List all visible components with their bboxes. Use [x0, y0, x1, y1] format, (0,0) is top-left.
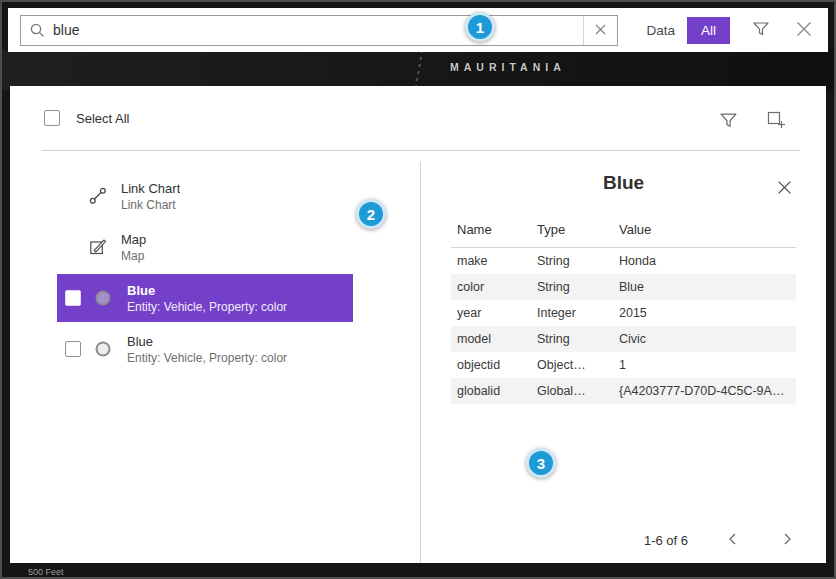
properties-table: Name Type Value make String Honda color … — [451, 216, 796, 404]
result-title: Map — [121, 232, 146, 247]
result-subtitle: Entity: Vehicle, Property: color — [127, 351, 287, 365]
result-title: Blue — [127, 283, 287, 298]
table-row: objectid Object… 1 — [451, 352, 796, 378]
result-item-blue[interactable]: Blue Entity: Vehicle, Property: color — [57, 325, 353, 373]
cell-value: Honda — [613, 248, 796, 275]
map-icon — [88, 237, 108, 257]
scope-option-data[interactable]: Data — [634, 17, 687, 44]
results-list: Link Chart Link Chart Map Map — [57, 172, 357, 376]
filter-icon — [752, 20, 770, 41]
cell-name: model — [451, 326, 531, 352]
cell-name: make — [451, 248, 531, 275]
select-all-checkbox[interactable] — [44, 110, 60, 126]
prev-icon — [726, 532, 740, 549]
result-title: Blue — [127, 334, 287, 349]
next-icon — [780, 532, 794, 549]
close-icon — [777, 180, 792, 198]
cell-name: objectid — [451, 352, 531, 378]
table-row: color String Blue — [451, 274, 796, 300]
cell-value: {A4203777-D70D-4C5C-9A65-C… — [613, 378, 796, 404]
cell-name: color — [451, 274, 531, 300]
result-subtitle: Map — [121, 249, 146, 263]
results-panel: Select All Link Chart — [10, 86, 826, 563]
annotation-step-1-badge: 1 — [465, 12, 495, 42]
annotation-step-3-badge: 3 — [526, 448, 556, 478]
result-item-map[interactable]: Map Map — [57, 223, 353, 271]
result-checkbox[interactable] — [65, 290, 81, 306]
column-header-type: Type — [531, 216, 613, 248]
panel-filter-button[interactable] — [717, 108, 740, 135]
search-bar: Data All — [8, 8, 828, 52]
filter-icon — [719, 111, 738, 133]
map-region-label: MAURITANIA — [450, 61, 566, 73]
cell-value: 2015 — [613, 300, 796, 326]
detail-title: Blue — [451, 172, 796, 194]
cell-name: year — [451, 300, 531, 326]
result-checkbox[interactable] — [65, 341, 81, 357]
search-input[interactable] — [53, 16, 583, 45]
add-icon — [766, 110, 786, 133]
cell-type: Object… — [531, 352, 613, 378]
result-title: Link Chart — [121, 181, 180, 196]
search-close-button[interactable] — [792, 17, 816, 44]
detail-close-button[interactable] — [775, 178, 794, 200]
link-chart-icon — [88, 186, 108, 206]
cell-name: globalid — [451, 378, 531, 404]
header-divider — [42, 150, 800, 151]
detail-panel: Blue Name Type Value make — [420, 162, 826, 563]
clear-search-button[interactable] — [583, 16, 617, 45]
entity-icon — [94, 289, 114, 307]
select-all-label: Select All — [76, 111, 129, 126]
cell-type: String — [531, 326, 613, 352]
app-window: MAURITANIA 500 Feet Data All — [0, 0, 836, 579]
cell-type: Integer — [531, 300, 613, 326]
pagination-label: 1-6 of 6 — [644, 533, 688, 548]
entity-icon — [94, 340, 114, 358]
search-box — [20, 15, 618, 46]
table-row: make String Honda — [451, 248, 796, 275]
column-header-name: Name — [451, 216, 531, 248]
result-subtitle: Link Chart — [121, 198, 180, 212]
result-subtitle: Entity: Vehicle, Property: color — [127, 300, 287, 314]
column-header-value: Value — [613, 216, 796, 248]
search-filter-button[interactable] — [750, 18, 772, 43]
search-icon — [21, 16, 53, 45]
result-item-blue-selected[interactable]: Blue Entity: Vehicle, Property: color — [57, 274, 353, 322]
table-row: model String Civic — [451, 326, 796, 352]
clear-icon — [595, 23, 606, 38]
scope-toggle: Data All — [634, 17, 730, 44]
page-prev-button[interactable] — [724, 530, 742, 551]
pagination: 1-6 of 6 — [644, 530, 796, 551]
cell-type: String — [531, 274, 613, 300]
table-row: year Integer 2015 — [451, 300, 796, 326]
scope-option-all[interactable]: All — [687, 17, 730, 44]
cell-value: Blue — [613, 274, 796, 300]
panel-tools — [717, 108, 788, 135]
search-controls: Data All — [634, 17, 816, 44]
cell-type: Global… — [531, 378, 613, 404]
close-icon — [794, 19, 814, 42]
cell-type: String — [531, 248, 613, 275]
cell-value: Civic — [613, 326, 796, 352]
page-next-button[interactable] — [778, 530, 796, 551]
annotation-step-2-badge: 2 — [356, 199, 386, 229]
map-scale-label: 500 Feet — [28, 567, 64, 577]
select-all[interactable]: Select All — [44, 110, 129, 126]
result-item-link-chart[interactable]: Link Chart Link Chart — [57, 172, 353, 220]
add-to-link-chart-button[interactable] — [764, 108, 788, 135]
table-row: globalid Global… {A4203777-D70D-4C5C-9A6… — [451, 378, 796, 404]
cell-value: 1 — [613, 352, 796, 378]
